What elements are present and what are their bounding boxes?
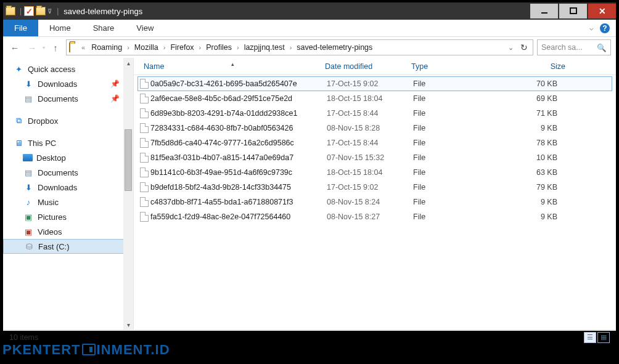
file-row[interactable]: 81f5ea3f-031b-4b07-a815-1447a0e69da707-N…: [137, 150, 612, 165]
col-header-name[interactable]: ▴Name: [140, 62, 325, 71]
file-tab[interactable]: File: [3, 20, 38, 36]
file-row[interactable]: b9defd18-5bf2-4a3d-9b28-14cf33b3447517-O…: [137, 180, 612, 195]
sidebar-item-dropbox[interactable]: ⧉Dropbox: [3, 113, 133, 128]
file-row[interactable]: 0a05a9c7-bc31-4261-b695-baa5d265407e17-O…: [137, 76, 612, 91]
sidebar-item-drive-c[interactable]: ⛁Fast (C:): [3, 239, 133, 254]
sidebar-item-downloads[interactable]: ⬇Downloads📌: [3, 76, 133, 91]
sidebar-item-downloads[interactable]: ⬇Downloads: [3, 180, 133, 195]
properties-icon[interactable]: ✓: [24, 6, 34, 16]
file-icon: [138, 182, 150, 192]
watermark: PKENTERTINMENT.ID: [2, 342, 170, 358]
breadcrumb-item[interactable]: Roaming: [86, 42, 127, 53]
quick-access[interactable]: ✦Quick access: [3, 62, 133, 76]
titlebar-separator: |: [20, 7, 22, 15]
svg-rect-1: [570, 8, 576, 14]
refresh-icon[interactable]: ↻: [518, 42, 530, 52]
home-tab[interactable]: Home: [38, 20, 82, 36]
file-size: 9 KB: [506, 124, 567, 132]
close-button[interactable]: ✕: [588, 4, 616, 18]
titlebar-separator: |: [57, 7, 59, 15]
ribbon-tabs: File Home Share View ⌵ ?: [3, 20, 616, 37]
file-name: fa559dc1-f2d9-48ac-8e2e-047f72564460: [150, 212, 327, 221]
sidebar-item-this-pc[interactable]: 🖥This PC: [3, 135, 133, 150]
up-button[interactable]: ↑: [49, 41, 62, 54]
ribbon-expand-icon[interactable]: ⌵: [589, 24, 594, 32]
explorer-window: | ✓ ⊽ | saved-telemetry-pings ✕ File Hom…: [2, 2, 617, 331]
file-row[interactable]: 7fb5d8d6-ca40-474c-9777-16a2c6d9586c17-O…: [137, 135, 612, 150]
minimize-button[interactable]: [530, 4, 558, 18]
file-icon: [138, 108, 150, 118]
file-type: File: [413, 139, 506, 147]
download-icon: ⬇: [23, 182, 34, 192]
qat-dropdown-icon[interactable]: ⊽: [47, 8, 52, 15]
file-type: File: [413, 153, 506, 162]
forward-button[interactable]: →: [25, 41, 39, 54]
videos-icon: ▣: [23, 227, 34, 237]
file-icon: [138, 197, 150, 207]
scroll-up-icon[interactable]: ▴: [123, 58, 133, 68]
folder-icon[interactable]: [36, 6, 46, 16]
dropbox-icon: ⧉: [13, 116, 24, 126]
scroll-down-icon[interactable]: ▾: [123, 320, 133, 330]
file-icon: [138, 168, 150, 177]
back-button[interactable]: ←: [8, 41, 22, 54]
file-row[interactable]: 6d89e3bb-8203-4291-b74a-01ddd2938ce117-O…: [137, 106, 612, 121]
file-type: File: [413, 212, 506, 221]
scrollbar-thumb[interactable]: [125, 129, 132, 191]
help-icon[interactable]: ?: [600, 23, 610, 33]
breadcrumb-item[interactable]: Profiles: [201, 42, 237, 53]
folder-icon: [69, 43, 80, 52]
col-header-date[interactable]: Date modified: [325, 62, 411, 71]
file-date: 17-Oct-15 8:44: [327, 109, 413, 118]
chevron-left-icon[interactable]: «: [81, 44, 85, 51]
titlebar[interactable]: | ✓ ⊽ | saved-telemetry-pings ✕: [3, 2, 616, 20]
pc-icon: 🖥: [13, 138, 24, 148]
item-count: 10 items: [9, 333, 38, 342]
file-row[interactable]: 2af6ecae-58e8-4b5c-b6ad-29f51ce75e2d18-O…: [137, 91, 612, 106]
column-headers: ▴Name Date modified Type Size: [134, 58, 616, 75]
sidebar-item-videos[interactable]: ▣Videos: [3, 224, 133, 239]
sidebar-scrollbar[interactable]: ▴ ▾: [123, 58, 133, 330]
file-row[interactable]: 72834331-c684-4630-8fb7-b0abf056342608-N…: [137, 121, 612, 135]
col-header-type[interactable]: Type: [411, 62, 504, 71]
file-size: 78 KB: [506, 139, 567, 147]
share-tab[interactable]: Share: [82, 20, 126, 36]
sidebar-item-pictures[interactable]: ▣Pictures: [3, 209, 133, 224]
file-list: 0a05a9c7-bc31-4261-b695-baa5d265407e17-O…: [134, 75, 616, 228]
sidebar-item-music[interactable]: ♪Music: [3, 195, 133, 209]
details-view-button[interactable]: ☰: [584, 332, 596, 343]
history-dropdown-icon[interactable]: ▾: [43, 45, 45, 51]
file-type: File: [413, 94, 506, 103]
file-name: c4837dbb-8f71-4a55-bda1-a671880871f3: [150, 198, 327, 206]
col-header-size[interactable]: Size: [504, 62, 565, 71]
breadcrumb-item[interactable]: saved-telemetry-pings: [292, 42, 377, 53]
breadcrumb-item[interactable]: Firefox: [165, 42, 199, 53]
file-icon: [138, 138, 150, 148]
file-size: 9 KB: [506, 198, 567, 206]
sidebar-item-documents[interactable]: ▤Documents: [3, 165, 133, 180]
file-name: 0a05a9c7-bc31-4261-b695-baa5d265407e: [150, 79, 327, 88]
icons-view-button[interactable]: ▦: [597, 332, 610, 343]
nav-row: ← → ▾ ↑ « Roaming › Mozilla › Firefox › …: [3, 37, 616, 58]
file-icon: [138, 94, 150, 103]
breadcrumb-item[interactable]: Mozilla: [129, 42, 163, 53]
file-date: 18-Oct-15 18:04: [327, 168, 413, 177]
breadcrumb-item[interactable]: lazpjjnq.test: [239, 42, 290, 53]
folder-icon: [6, 6, 15, 16]
search-icon: 🔍: [597, 43, 607, 52]
document-icon: ▤: [23, 94, 34, 103]
search-input[interactable]: Search sa... 🔍: [537, 39, 611, 55]
file-row[interactable]: c4837dbb-8f71-4a55-bda1-a671880871f308-N…: [137, 195, 612, 209]
sidebar-item-desktop[interactable]: Desktop: [3, 150, 133, 165]
drive-icon: ⛁: [23, 241, 35, 251]
file-row[interactable]: fa559dc1-f2d9-48ac-8e2e-047f7256446008-N…: [137, 209, 612, 224]
address-bar[interactable]: « Roaming › Mozilla › Firefox › Profiles…: [66, 39, 533, 55]
file-date: 08-Nov-15 8:28: [327, 124, 413, 132]
file-row[interactable]: 9b1141c0-6b3f-49ae-951d-4a6f69c9739c18-O…: [137, 165, 612, 180]
file-date: 17-Oct-15 9:02: [327, 183, 413, 192]
maximize-button[interactable]: [559, 4, 587, 18]
sidebar-item-documents[interactable]: ▤Documents📌: [3, 91, 133, 106]
file-date: 17-Oct-15 8:44: [327, 139, 413, 147]
view-tab[interactable]: View: [125, 20, 165, 36]
address-dropdown-icon[interactable]: ⌄: [506, 44, 516, 52]
